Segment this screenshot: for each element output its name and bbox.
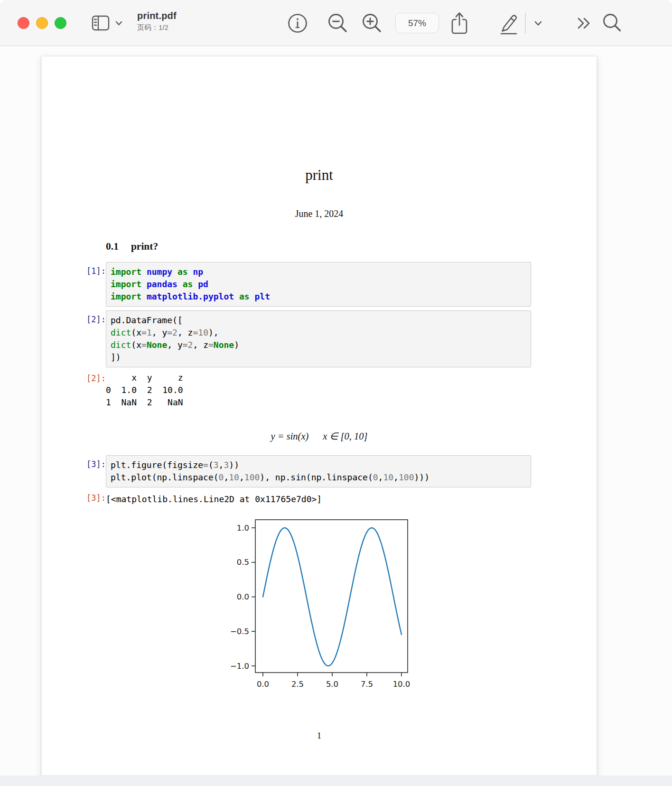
double-chevron-right-icon — [577, 17, 591, 30]
svg-text:7.5: 7.5 — [361, 680, 373, 689]
search-button[interactable] — [602, 12, 623, 33]
info-icon — [287, 13, 308, 34]
section-title: print? — [131, 241, 158, 252]
markup-menu-chevron[interactable] — [534, 21, 542, 26]
window-title-block: print.pdf 页码：1/2 — [137, 10, 177, 32]
zoom-level-value: 57% — [408, 18, 426, 28]
code-cell-3: plt.figure(figsize=(3,3))plt.plot(np.lin… — [106, 455, 531, 487]
document-date: June 1, 2024 — [42, 208, 597, 219]
info-button[interactable] — [287, 13, 308, 34]
inter-page-gap — [0, 776, 672, 786]
pdf-page-1: print June 1, 2024 0.1print? [1]: import… — [41, 56, 597, 776]
input-prompt-1: [1]: — [47, 266, 106, 276]
svg-text:5.0: 5.0 — [326, 680, 338, 689]
svg-text:0.0: 0.0 — [237, 592, 249, 601]
zoom-out-button[interactable] — [327, 12, 349, 34]
document-title: print — [42, 167, 597, 184]
sidebar-menu-chevron[interactable] — [115, 21, 122, 26]
fullscreen-window-button[interactable] — [55, 17, 66, 29]
sine-plot-figure: 0.02.55.07.510.01.00.50.0−0.5−1.0 — [217, 511, 426, 697]
window-title: print.pdf — [137, 10, 177, 21]
input-prompt-3: [3]: — [47, 459, 106, 469]
chevron-down-icon — [115, 21, 122, 26]
toolbar: print.pdf 页码：1/2 — [0, 0, 672, 46]
zoom-in-button[interactable] — [361, 12, 383, 34]
more-toolbar-items-button[interactable] — [577, 17, 591, 30]
math-formula: y = sin(x)x ∈ [0, 10] — [42, 430, 597, 442]
zoom-out-icon — [327, 12, 349, 34]
svg-text:2.5: 2.5 — [291, 680, 304, 689]
sidebar-icon — [92, 15, 110, 32]
section-number: 0.1 — [106, 241, 119, 252]
svg-text:1.0: 1.0 — [237, 524, 249, 533]
page-number: 1 — [42, 730, 597, 741]
formula-rhs: x ∈ [0, 10] — [323, 431, 367, 441]
toolbar-divider — [525, 13, 526, 33]
markup-pencil-icon — [496, 11, 519, 36]
markup-button[interactable] — [496, 11, 519, 36]
svg-text:10.0: 10.0 — [393, 680, 411, 689]
chevron-down-icon — [534, 21, 542, 26]
preview-window: print.pdf 页码：1/2 — [0, 0, 672, 786]
svg-text:0.5: 0.5 — [237, 558, 249, 567]
zoom-in-icon — [361, 12, 383, 34]
code-cell-2: pd.DataFrame([ dict(x=1, y=2, z=10), dic… — [106, 310, 531, 367]
share-icon — [449, 11, 470, 36]
output-repr-3: [<matplotlib.lines.Line2D at 0x11765e7d0… — [106, 493, 322, 505]
search-icon — [602, 12, 623, 33]
output-prompt-3: [3]: — [47, 493, 106, 503]
zoom-level-button[interactable]: 57% — [395, 13, 439, 33]
formula-lhs: y = sin(x) — [271, 431, 308, 441]
share-button[interactable] — [449, 11, 470, 36]
sidebar-toggle-button[interactable] — [92, 15, 110, 32]
svg-text:−0.5: −0.5 — [230, 627, 249, 636]
close-window-button[interactable] — [18, 17, 29, 29]
input-prompt-2: [2]: — [47, 315, 106, 324]
code-cell-1: import numpy as npimport pandas as pdimp… — [106, 262, 531, 307]
svg-text:0.0: 0.0 — [257, 680, 269, 689]
section-heading: 0.1print? — [106, 241, 158, 253]
output-table-2: x y z 0 1.0 2 10.0 1 NaN 2 NaN — [106, 372, 183, 409]
page-indicator: 页码：1/2 — [137, 23, 177, 32]
minimize-window-button[interactable] — [36, 17, 48, 29]
output-prompt-2: [2]: — [47, 374, 106, 383]
pdf-content-area[interactable]: print June 1, 2024 0.1print? [1]: import… — [0, 47, 672, 786]
svg-text:−1.0: −1.0 — [230, 662, 249, 671]
